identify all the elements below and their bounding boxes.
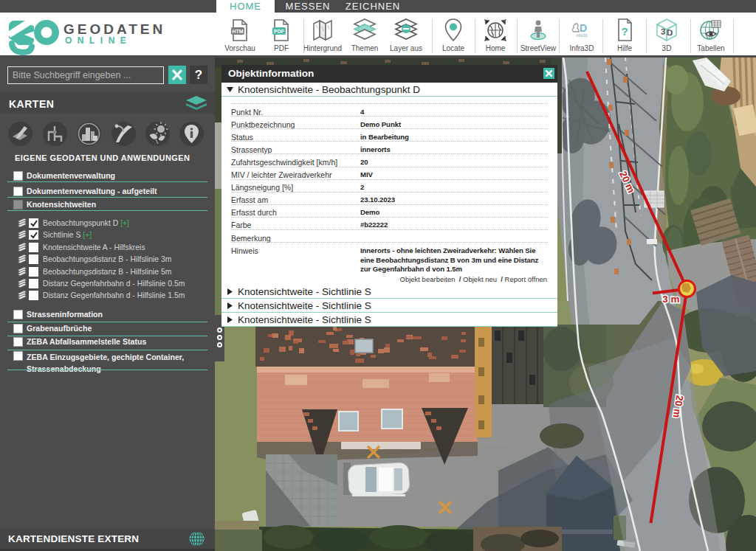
svg-text:3: 3 <box>661 27 665 36</box>
svg-text:D: D <box>580 22 587 34</box>
svg-text:?: ? <box>621 25 628 38</box>
svg-text:3 m: 3 m <box>662 294 679 305</box>
svg-text:D: D <box>667 28 673 38</box>
svg-text:PDF: PDF <box>274 29 285 34</box>
svg-text:HTM: HTM <box>232 29 243 34</box>
svg-text:Infra3D: Infra3D <box>577 34 588 38</box>
